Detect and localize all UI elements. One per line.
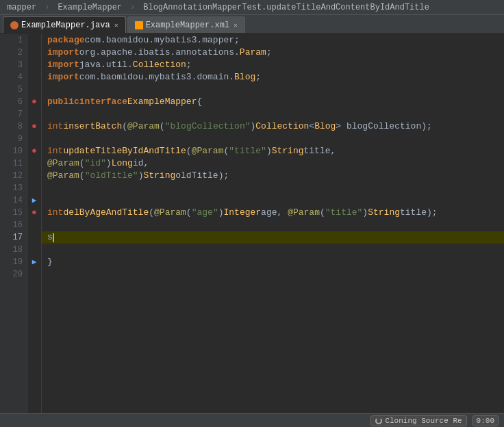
- top-bar-sep2: ›: [130, 3, 135, 12]
- code-line-14: [42, 194, 504, 207]
- line-number-3: 3: [9, 59, 23, 71]
- line-number-13: 13: [9, 182, 23, 194]
- line-number-17: 17: [9, 231, 23, 244]
- code-line-5: [42, 83, 504, 96]
- top-bar-sep1: ›: [45, 3, 49, 12]
- code-line-15: int delByAgeAndTitle(@Param("age") Integ…: [42, 207, 504, 219]
- marker-9: [27, 133, 41, 145]
- line-number-16: 16: [9, 219, 23, 231]
- editor: 1234567891011121314151617181920 ●●●▶●▶ p…: [0, 34, 504, 413]
- time-label: 0:00: [477, 417, 494, 425]
- line-number-14: 14: [9, 194, 23, 207]
- line-number-7: 7: [9, 108, 23, 120]
- code-line-2: import org.apache.ibatis.annotations.Par…: [42, 47, 504, 59]
- line-number-15: 15: [9, 207, 23, 219]
- breakpoint-icon: ●: [32, 96, 37, 107]
- breakpoint-icon: ●: [32, 121, 37, 131]
- line-number-20: 20: [9, 268, 23, 281]
- top-bar-mapper[interactable]: mapper: [3, 1, 40, 14]
- marker-6: ●: [27, 96, 41, 108]
- status-bar: Cloning Source Re 0:00: [0, 413, 504, 427]
- line-number-8: 8: [9, 120, 23, 133]
- code-line-11: @Param("id") Long id,: [42, 157, 504, 170]
- line-number-12: 12: [9, 170, 23, 182]
- tab-xml-label: ExampleMapper.xml: [146, 21, 229, 30]
- line-number-gutter: 1234567891011121314151617181920: [0, 34, 27, 413]
- arrow-icon: ▶: [32, 196, 37, 205]
- marker-7: [27, 108, 41, 120]
- line-number-1: 1: [9, 34, 23, 47]
- tab-bar: ExampleMapper.java ✕ ExampleMapper.xml ✕: [0, 15, 504, 34]
- markers-column: ●●●▶●▶: [27, 34, 42, 413]
- line-number-4: 4: [9, 71, 23, 83]
- top-bar-test-method[interactable]: BlogAnnotationMapperTest.updateTitleAndC…: [139, 1, 433, 14]
- marker-1: [27, 34, 41, 47]
- breakpoint-icon: ●: [32, 146, 37, 156]
- code-line-17: s: [42, 231, 504, 244]
- marker-15: ●: [27, 207, 41, 219]
- marker-20: [27, 268, 41, 281]
- line-number-6: 6: [9, 96, 23, 108]
- line-number-18: 18: [9, 244, 23, 256]
- tab-java-label: ExampleMapper.java: [21, 21, 110, 30]
- line-number-11: 11: [9, 157, 23, 170]
- marker-4: [27, 71, 41, 83]
- status-right: Cloning Source Re 0:00: [370, 415, 499, 426]
- cloning-label: Cloning Source Re: [385, 417, 462, 425]
- line-number-5: 5: [9, 83, 23, 96]
- code-line-6: public interface ExampleMapper {: [42, 96, 504, 108]
- tab-xml-close[interactable]: ✕: [234, 21, 238, 29]
- marker-5: [27, 83, 41, 96]
- marker-16: [27, 219, 41, 231]
- code-line-18: [42, 244, 504, 256]
- code-line-13: [42, 182, 504, 194]
- tab-xml[interactable]: ExampleMapper.xml ✕: [127, 16, 245, 33]
- line-number-2: 2: [9, 47, 23, 59]
- time-badge: 0:00: [473, 415, 499, 426]
- tab-java[interactable]: ExampleMapper.java ✕: [3, 16, 126, 33]
- marker-12: [27, 170, 41, 182]
- marker-18: [27, 244, 41, 256]
- marker-2: [27, 47, 41, 59]
- line-number-10: 10: [9, 145, 23, 157]
- top-bar-example-mapper[interactable]: ExampleMapper: [53, 1, 126, 14]
- code-line-20: [42, 268, 504, 281]
- arrow-icon: ▶: [32, 258, 37, 266]
- code-lines: package com.baomidou.mybatis3.mapper;imp…: [42, 34, 504, 281]
- breakpoint-icon: ●: [32, 207, 37, 218]
- code-line-10: int updateTitleByIdAndTitle(@Param("titl…: [42, 145, 504, 157]
- code-line-4: import com.baomidou.mybatis3.domain.Blog…: [42, 71, 504, 83]
- marker-10: ●: [27, 145, 41, 157]
- tab-java-close[interactable]: ✕: [114, 21, 118, 29]
- top-bar: mapper › ExampleMapper › BlogAnnotationM…: [0, 0, 504, 15]
- code-line-12: @Param("oldTitle") String oldTitle);: [42, 170, 504, 182]
- marker-14: ▶: [27, 194, 41, 207]
- line-number-9: 9: [9, 133, 23, 145]
- marker-11: [27, 157, 41, 170]
- code-line-16: [42, 219, 504, 231]
- code-line-1: package com.baomidou.mybatis3.mapper;: [42, 34, 504, 47]
- cloning-spinner-icon: [375, 417, 382, 424]
- marker-13: [27, 182, 41, 194]
- code-area[interactable]: package com.baomidou.mybatis3.mapper;imp…: [42, 34, 504, 413]
- marker-3: [27, 59, 41, 71]
- code-line-3: import java.util.Collection;: [42, 59, 504, 71]
- xml-file-icon: [135, 21, 143, 29]
- marker-17: [27, 231, 41, 244]
- code-line-19: }: [42, 256, 504, 268]
- java-file-icon: [10, 21, 18, 29]
- marker-8: ●: [27, 120, 41, 133]
- code-line-9: [42, 133, 504, 145]
- line-number-19: 19: [9, 256, 23, 268]
- cloning-badge: Cloning Source Re: [370, 415, 466, 426]
- marker-19: ▶: [27, 256, 41, 268]
- code-line-7: [42, 108, 504, 120]
- code-line-8: int insertBatch(@Param("blogCollection")…: [42, 120, 504, 133]
